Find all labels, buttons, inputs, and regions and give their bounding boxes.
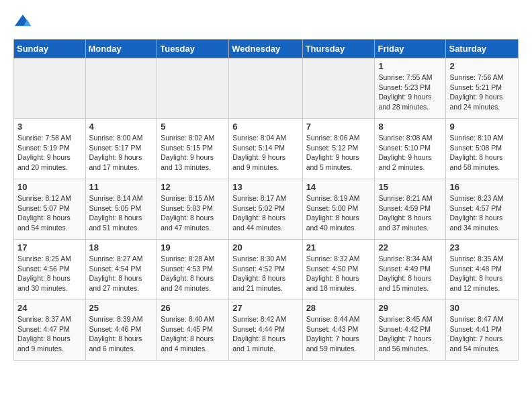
calendar-table: SundayMondayTuesdayWednesdayThursdayFrid… — [13, 39, 519, 361]
header-friday: Friday — [375, 40, 446, 58]
day-number: 14 — [306, 182, 371, 192]
day-info: Sunrise: 8:00 AM Sunset: 5:17 PM Dayligh… — [89, 133, 154, 173]
day-cell: 22Sunrise: 8:34 AM Sunset: 4:49 PM Dayli… — [375, 240, 446, 300]
header-monday: Monday — [85, 40, 157, 58]
day-info: Sunrise: 8:06 AM Sunset: 5:12 PM Dayligh… — [306, 133, 371, 173]
day-info: Sunrise: 8:04 AM Sunset: 5:14 PM Dayligh… — [232, 133, 298, 173]
day-info: Sunrise: 7:58 AM Sunset: 5:19 PM Dayligh… — [17, 133, 82, 173]
day-cell: 15Sunrise: 8:21 AM Sunset: 4:59 PM Dayli… — [375, 179, 446, 240]
calendar-header-row: SundayMondayTuesdayWednesdayThursdayFrid… — [14, 40, 519, 58]
day-info: Sunrise: 8:47 AM Sunset: 4:41 PM Dayligh… — [449, 314, 515, 354]
day-cell: 5Sunrise: 8:02 AM Sunset: 5:15 PM Daylig… — [157, 119, 229, 179]
day-cell: 24Sunrise: 8:37 AM Sunset: 4:47 PM Dayli… — [14, 300, 86, 361]
day-cell — [302, 58, 375, 119]
day-cell: 1Sunrise: 7:55 AM Sunset: 5:23 PM Daylig… — [375, 58, 446, 119]
day-info: Sunrise: 8:42 AM Sunset: 4:44 PM Dayligh… — [232, 314, 298, 354]
day-cell: 18Sunrise: 8:27 AM Sunset: 4:54 PM Dayli… — [85, 240, 157, 300]
day-cell: 23Sunrise: 8:35 AM Sunset: 4:48 PM Dayli… — [446, 240, 519, 300]
day-info: Sunrise: 8:25 AM Sunset: 4:56 PM Dayligh… — [17, 254, 82, 293]
week-row-5: 24Sunrise: 8:37 AM Sunset: 4:47 PM Dayli… — [14, 300, 519, 361]
day-info: Sunrise: 8:39 AM Sunset: 4:46 PM Dayligh… — [89, 314, 154, 354]
day-cell: 28Sunrise: 8:44 AM Sunset: 4:43 PM Dayli… — [302, 300, 375, 361]
day-cell: 20Sunrise: 8:30 AM Sunset: 4:52 PM Dayli… — [229, 240, 302, 300]
day-cell: 2Sunrise: 7:56 AM Sunset: 5:21 PM Daylig… — [446, 58, 519, 119]
day-cell: 12Sunrise: 8:15 AM Sunset: 5:03 PM Dayli… — [157, 179, 229, 240]
page-header — [13, 13, 519, 32]
day-number: 2 — [449, 61, 515, 71]
day-info: Sunrise: 7:55 AM Sunset: 5:23 PM Dayligh… — [378, 73, 442, 112]
day-number: 17 — [17, 242, 82, 253]
day-cell: 19Sunrise: 8:28 AM Sunset: 4:53 PM Dayli… — [157, 240, 229, 300]
day-info: Sunrise: 8:21 AM Sunset: 4:59 PM Dayligh… — [378, 193, 442, 233]
day-number: 7 — [306, 122, 371, 132]
day-number: 19 — [161, 242, 225, 253]
day-cell: 10Sunrise: 8:12 AM Sunset: 5:07 PM Dayli… — [14, 179, 86, 240]
day-info: Sunrise: 8:19 AM Sunset: 5:00 PM Dayligh… — [306, 193, 371, 233]
day-cell: 21Sunrise: 8:32 AM Sunset: 4:50 PM Dayli… — [302, 240, 375, 300]
day-cell: 3Sunrise: 7:58 AM Sunset: 5:19 PM Daylig… — [14, 119, 86, 179]
day-cell: 30Sunrise: 8:47 AM Sunset: 4:41 PM Dayli… — [446, 300, 519, 361]
day-number: 21 — [306, 242, 371, 253]
day-cell — [229, 58, 302, 119]
day-info: Sunrise: 8:23 AM Sunset: 4:57 PM Dayligh… — [449, 193, 515, 233]
day-cell: 7Sunrise: 8:06 AM Sunset: 5:12 PM Daylig… — [302, 119, 375, 179]
day-number: 13 — [232, 182, 298, 192]
day-number: 6 — [232, 122, 298, 132]
day-cell: 25Sunrise: 8:39 AM Sunset: 4:46 PM Dayli… — [85, 300, 157, 361]
day-number: 18 — [89, 242, 154, 253]
day-number: 20 — [232, 242, 298, 253]
day-number: 12 — [161, 182, 225, 192]
header-saturday: Saturday — [446, 40, 519, 58]
day-info: Sunrise: 8:28 AM Sunset: 4:53 PM Dayligh… — [161, 254, 225, 293]
week-row-2: 3Sunrise: 7:58 AM Sunset: 5:19 PM Daylig… — [14, 119, 519, 179]
day-cell: 9Sunrise: 8:10 AM Sunset: 5:08 PM Daylig… — [446, 119, 519, 179]
day-cell: 6Sunrise: 8:04 AM Sunset: 5:14 PM Daylig… — [229, 119, 302, 179]
day-info: Sunrise: 8:32 AM Sunset: 4:50 PM Dayligh… — [306, 254, 371, 293]
day-number: 4 — [89, 122, 154, 132]
week-row-4: 17Sunrise: 8:25 AM Sunset: 4:56 PM Dayli… — [14, 240, 519, 300]
header-sunday: Sunday — [14, 40, 86, 58]
day-info: Sunrise: 8:40 AM Sunset: 4:45 PM Dayligh… — [161, 314, 225, 354]
day-number: 25 — [89, 303, 154, 313]
day-cell: 26Sunrise: 8:40 AM Sunset: 4:45 PM Dayli… — [157, 300, 229, 361]
day-info: Sunrise: 8:17 AM Sunset: 5:02 PM Dayligh… — [232, 193, 298, 233]
day-info: Sunrise: 7:56 AM Sunset: 5:21 PM Dayligh… — [449, 73, 515, 112]
day-cell: 14Sunrise: 8:19 AM Sunset: 5:00 PM Dayli… — [302, 179, 375, 240]
logo — [13, 13, 35, 32]
day-cell: 16Sunrise: 8:23 AM Sunset: 4:57 PM Dayli… — [446, 179, 519, 240]
day-number: 23 — [449, 242, 515, 253]
day-number: 22 — [378, 242, 442, 253]
day-info: Sunrise: 8:37 AM Sunset: 4:47 PM Dayligh… — [17, 314, 82, 354]
day-number: 15 — [378, 182, 442, 192]
day-info: Sunrise: 8:02 AM Sunset: 5:15 PM Dayligh… — [161, 133, 225, 173]
day-info: Sunrise: 8:35 AM Sunset: 4:48 PM Dayligh… — [449, 254, 515, 293]
day-cell: 17Sunrise: 8:25 AM Sunset: 4:56 PM Dayli… — [14, 240, 86, 300]
week-row-3: 10Sunrise: 8:12 AM Sunset: 5:07 PM Dayli… — [14, 179, 519, 240]
day-number: 10 — [17, 182, 82, 192]
header-thursday: Thursday — [302, 40, 375, 58]
day-number: 27 — [232, 303, 298, 313]
logo-icon — [13, 13, 32, 32]
header-tuesday: Tuesday — [157, 40, 229, 58]
day-info: Sunrise: 8:30 AM Sunset: 4:52 PM Dayligh… — [232, 254, 298, 293]
day-number: 1 — [378, 61, 442, 71]
day-number: 28 — [306, 303, 371, 313]
day-cell — [85, 58, 157, 119]
day-info: Sunrise: 8:14 AM Sunset: 5:05 PM Dayligh… — [89, 193, 154, 233]
day-info: Sunrise: 8:08 AM Sunset: 5:10 PM Dayligh… — [378, 133, 442, 173]
day-info: Sunrise: 8:15 AM Sunset: 5:03 PM Dayligh… — [161, 193, 225, 233]
day-number: 16 — [449, 182, 515, 192]
day-cell — [14, 58, 86, 119]
header-wednesday: Wednesday — [229, 40, 302, 58]
day-number: 3 — [17, 122, 82, 132]
week-row-1: 1Sunrise: 7:55 AM Sunset: 5:23 PM Daylig… — [14, 58, 519, 119]
day-info: Sunrise: 8:27 AM Sunset: 4:54 PM Dayligh… — [89, 254, 154, 293]
day-cell: 29Sunrise: 8:45 AM Sunset: 4:42 PM Dayli… — [375, 300, 446, 361]
day-info: Sunrise: 8:34 AM Sunset: 4:49 PM Dayligh… — [378, 254, 442, 293]
day-cell: 13Sunrise: 8:17 AM Sunset: 5:02 PM Dayli… — [229, 179, 302, 240]
day-number: 29 — [378, 303, 442, 313]
day-cell: 8Sunrise: 8:08 AM Sunset: 5:10 PM Daylig… — [375, 119, 446, 179]
day-number: 11 — [89, 182, 154, 192]
day-cell: 27Sunrise: 8:42 AM Sunset: 4:44 PM Dayli… — [229, 300, 302, 361]
day-number: 8 — [378, 122, 442, 132]
